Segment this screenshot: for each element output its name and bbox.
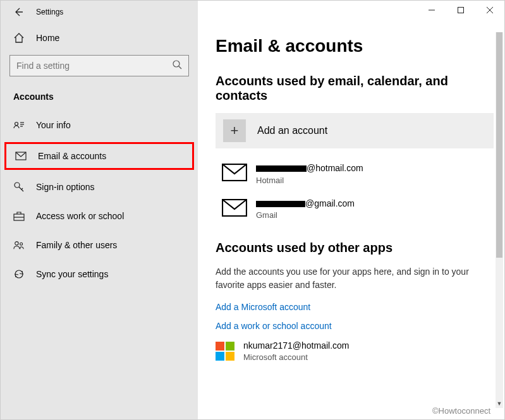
back-button[interactable] [13, 7, 23, 17]
window-controls [417, 1, 504, 20]
section-other-apps-title: Accounts used by other apps [216, 241, 494, 255]
nav-label: Email & accounts [38, 151, 106, 161]
plus-icon: + [223, 119, 246, 142]
close-icon [486, 6, 494, 14]
titlebar-left: Settings [1, 4, 198, 25]
account-email-suffix: @gmail.com [305, 198, 355, 208]
nav-your-info[interactable]: Your info [1, 111, 198, 140]
home-icon [13, 32, 25, 44]
svg-line-8 [19, 187, 23, 191]
mail-icon [15, 150, 27, 162]
people-icon [13, 239, 25, 251]
scroll-down-icon[interactable]: ▼ [496, 400, 503, 409]
search-box[interactable] [9, 55, 189, 76]
maximize-button[interactable] [446, 1, 475, 20]
svg-line-1 [179, 66, 181, 69]
add-account-button[interactable]: + Add an account [216, 113, 494, 148]
briefcase-icon [13, 210, 25, 222]
nav-label: Family & other users [36, 240, 117, 250]
ms-account-label: Microsoft account [243, 352, 350, 363]
content-inner: Email & accounts Accounts used by email,… [216, 1, 494, 363]
nav-list: Your info Email & accounts Sign-in optio… [1, 111, 198, 289]
ms-account-entry[interactable]: nkumar2171@hotmail.com Microsoft account [216, 340, 494, 364]
category-title: Accounts [1, 89, 198, 111]
account-text: @hotmail.com Hotmail [256, 162, 363, 186]
svg-point-2 [15, 123, 18, 126]
minimize-icon [428, 6, 435, 14]
nav-access-work-school[interactable]: Access work or school [1, 201, 198, 231]
nav-label: Sync your settings [36, 269, 108, 279]
section-email-accounts-title: Accounts used by email, calendar, and co… [216, 74, 494, 103]
account-provider: Hotmail [256, 175, 363, 186]
svg-point-13 [20, 243, 23, 245]
home-label: Home [36, 33, 59, 43]
svg-point-0 [173, 61, 179, 67]
maximize-icon [457, 6, 465, 14]
microsoft-logo-icon [216, 342, 234, 361]
nav-signin-options[interactable]: Sign-in options [1, 172, 198, 201]
redacted-text [256, 165, 307, 172]
add-account-label: Add an account [257, 125, 327, 136]
nav-label: Sign-in options [36, 182, 95, 192]
content-area: Email & accounts Accounts used by email,… [198, 1, 504, 419]
account-provider: Gmail [256, 210, 355, 221]
account-text: @gmail.com Gmail [256, 198, 355, 222]
mail-icon [222, 199, 247, 217]
scrollbar[interactable]: ▲ ▼ [496, 32, 503, 408]
section-body-text: Add the accounts you use for your apps h… [216, 265, 481, 292]
account-email-suffix: @hotmail.com [307, 163, 363, 173]
minimize-button[interactable] [417, 1, 446, 20]
person-card-icon [13, 119, 25, 131]
watermark: ©Howtoconnect [432, 406, 490, 416]
mail-icon [222, 164, 247, 181]
ms-account-email: nkumar2171@hotmail.com [243, 340, 350, 352]
svg-point-7 [15, 183, 20, 188]
search-input[interactable] [16, 61, 172, 71]
nav-email-accounts[interactable]: Email & accounts [4, 142, 194, 170]
account-text: nkumar2171@hotmail.com Microsoft account [243, 340, 350, 364]
svg-rect-15 [458, 8, 464, 13]
nav-label: Access work or school [36, 211, 124, 221]
close-button[interactable] [475, 1, 504, 20]
account-entry-gmail[interactable]: @gmail.com Gmail [216, 198, 494, 222]
home-nav[interactable]: Home [1, 25, 198, 55]
nav-family-users[interactable]: Family & other users [1, 231, 198, 260]
nav-label: Your info [36, 120, 71, 130]
account-entry-hotmail[interactable]: @hotmail.com Hotmail [216, 162, 494, 186]
sync-icon [13, 268, 25, 280]
key-icon [13, 181, 25, 193]
window-title: Settings [36, 8, 63, 16]
scroll-thumb[interactable] [496, 32, 502, 258]
page-title: Email & accounts [216, 36, 494, 56]
sidebar: Settings Home Accounts Your info [1, 1, 198, 419]
svg-point-12 [15, 242, 18, 245]
svg-line-9 [21, 188, 23, 189]
redacted-text [256, 201, 305, 207]
nav-sync-settings[interactable]: Sync your settings [1, 260, 198, 289]
arrow-left-icon [13, 7, 23, 17]
link-add-ms-account[interactable]: Add a Microsoft account [216, 302, 494, 312]
search-icon [172, 59, 182, 72]
link-add-work-account[interactable]: Add a work or school account [216, 321, 494, 331]
